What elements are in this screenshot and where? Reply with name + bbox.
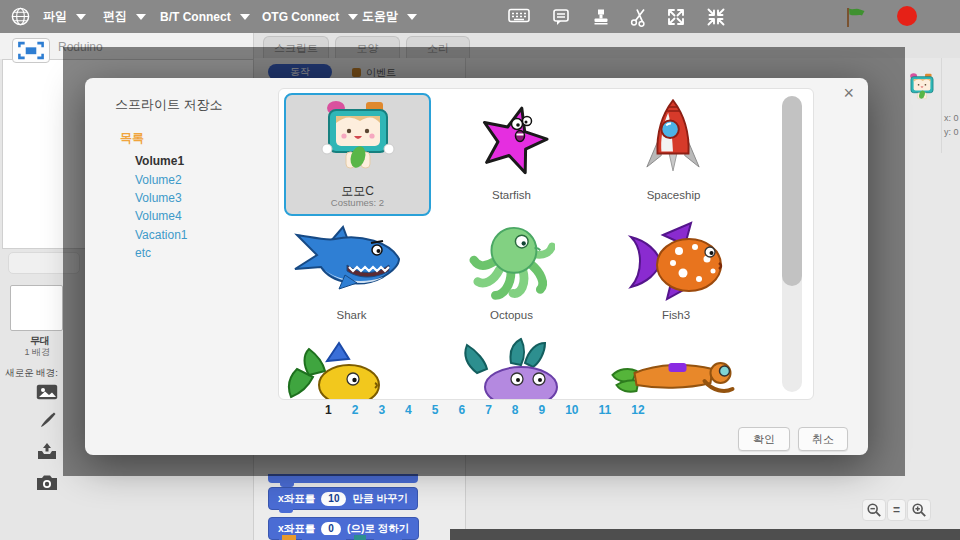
sprite-cell-shark[interactable]: Shark — [279, 217, 424, 329]
menu-edit[interactable]: 편집 — [103, 0, 146, 33]
sprite-sublabel: Costumes: 2 — [286, 197, 429, 208]
block-text: 만큼 바꾸기 — [352, 492, 407, 506]
stop-icon[interactable] — [897, 6, 917, 26]
sprite-x-coordinate: x: 0 — [944, 113, 959, 123]
zoom-in-icon — [911, 502, 927, 518]
page-10[interactable]: 10 — [565, 403, 578, 417]
sprite-cell-partial-2[interactable] — [459, 337, 574, 400]
backdrop-thumbnail[interactable] — [10, 285, 63, 331]
sprite-image-diver — [607, 351, 745, 399]
sprite-image-yellow-fish — [287, 341, 395, 400]
page-11[interactable]: 11 — [599, 403, 612, 417]
sidebar-item-volume3[interactable]: Volume3 — [135, 191, 255, 210]
camera-icon[interactable] — [36, 474, 58, 495]
zoom-reset-button[interactable]: = — [887, 499, 906, 521]
sidebar-header: 목록 — [120, 130, 144, 147]
menu-otg-connect-label: OTG Connect — [262, 10, 339, 24]
sprite-label: Octopus — [439, 309, 584, 321]
dialog-title: 스프라이트 저장소 — [115, 96, 223, 114]
sprite-cell-octopus[interactable]: Octopus — [439, 217, 584, 329]
menu-bar: 파일 편집 B/T Connect OTG Connect 도움말 — [0, 0, 960, 33]
equals-icon: = — [893, 503, 900, 517]
sprite-image-starfish — [475, 101, 551, 181]
menu-edit-label: 편집 — [103, 8, 127, 25]
menu-otg-connect[interactable]: OTG Connect — [262, 0, 358, 33]
sidebar-item-volume2[interactable]: Volume2 — [135, 173, 255, 192]
block-sliver — [282, 535, 296, 540]
upload-backdrop-icon[interactable] — [36, 442, 58, 464]
sprite-label: Shark — [279, 309, 424, 321]
block-sliver — [354, 535, 366, 540]
menu-bt-connect-label: B/T Connect — [160, 10, 231, 24]
sidebar-item-vacation1[interactable]: Vacation1 — [135, 228, 255, 247]
sprite-label: Fish3 — [601, 309, 751, 321]
sidebar-item-etc[interactable]: etc — [135, 246, 255, 265]
shrink-sprite-icon[interactable] — [706, 7, 728, 26]
sprite-cell-momoc-selected[interactable]: 모모C Costumes: 2 — [284, 93, 431, 216]
sprite-thumbnail-momoc[interactable] — [906, 72, 938, 106]
page-5[interactable]: 5 — [432, 403, 439, 417]
sidebar-item-volume1[interactable]: Volume1 — [135, 154, 255, 173]
sprite-cell-fish3[interactable]: Fish3 — [601, 217, 751, 329]
sprite-label: Spaceship — [601, 189, 746, 201]
change-x-block[interactable]: x좌표를 10 만큼 바꾸기 — [268, 487, 418, 510]
menu-file-label: 파일 — [43, 8, 67, 25]
sprite-image-shark — [291, 225, 403, 307]
sprite-y-coordinate: y: 0 — [944, 127, 959, 137]
green-flag-icon[interactable] — [843, 5, 867, 33]
bottom-edge-band — [450, 529, 960, 540]
new-backdrop-label: 새로운 배경: — [0, 367, 58, 380]
sprite-cell-partial-3[interactable] — [607, 351, 745, 400]
menu-bt-connect[interactable]: B/T Connect — [160, 0, 250, 33]
stage-layout-icon — [17, 41, 45, 60]
menu-help[interactable]: 도움말 — [362, 0, 417, 33]
scissors-delete-icon[interactable] — [629, 7, 651, 26]
close-icon[interactable]: × — [843, 84, 854, 102]
page-6[interactable]: 6 — [458, 403, 465, 417]
page-8[interactable]: 8 — [512, 403, 519, 417]
page-3[interactable]: 3 — [378, 403, 385, 417]
sprite-library-dialog: 스프라이트 저장소 × 목록 Volume1 Volume2 Volume3 V… — [85, 78, 868, 455]
page-7[interactable]: 7 — [485, 403, 492, 417]
caret-down-icon — [240, 14, 250, 20]
grid-scrollbar-thumb[interactable] — [782, 96, 802, 286]
block-text: x좌표를 — [278, 492, 315, 506]
page-12[interactable]: 12 — [631, 403, 644, 417]
sprite-image-momoc — [316, 99, 400, 179]
cancel-button[interactable]: 취소 — [798, 427, 848, 451]
sidebar-item-volume4[interactable]: Volume4 — [135, 209, 255, 228]
page-4[interactable]: 4 — [405, 403, 412, 417]
grid-scrollbar-track[interactable] — [782, 96, 802, 392]
caret-down-icon — [76, 14, 86, 20]
app-window: 파일 편집 B/T Connect OTG Connect 도움말 — [0, 0, 960, 540]
zoom-in-button[interactable] — [907, 499, 931, 521]
paintbrush-icon[interactable] — [38, 410, 58, 434]
sprite-image-octopus — [469, 223, 555, 311]
block-value-input[interactable]: 10 — [321, 492, 346, 506]
grow-sprite-icon[interactable] — [666, 7, 688, 26]
stamp-duplicate-icon[interactable] — [591, 7, 613, 26]
ok-button[interactable]: 확인 — [738, 427, 790, 451]
zoom-out-button[interactable] — [862, 499, 886, 521]
page-1[interactable]: 1 — [325, 403, 332, 417]
page-2[interactable]: 2 — [352, 403, 359, 417]
sprite-grid: 모모C Costumes: 2 Starfish Spaceship — [278, 88, 814, 400]
sprite-cell-spaceship[interactable]: Spaceship — [601, 91, 746, 211]
zoom-out-icon — [866, 502, 882, 518]
block-value-input[interactable]: 0 — [321, 522, 341, 536]
globe-icon[interactable] — [10, 6, 31, 31]
caret-down-icon — [407, 14, 417, 20]
menu-file[interactable]: 파일 — [43, 0, 86, 33]
sprite-image-fish3 — [627, 221, 725, 307]
keyboard-icon[interactable] — [508, 7, 530, 26]
sprite-image-purple-fish — [459, 337, 574, 400]
backdrop-from-library-icon[interactable] — [36, 384, 58, 404]
page-9[interactable]: 9 — [539, 403, 546, 417]
block-sliver — [302, 535, 346, 540]
small-stage-layout-button[interactable] — [12, 38, 50, 63]
sprite-cell-partial-1[interactable] — [287, 341, 395, 400]
menu-help-label: 도움말 — [362, 8, 398, 25]
comment-icon[interactable] — [551, 7, 573, 26]
sprite-cell-starfish[interactable]: Starfish — [439, 91, 584, 211]
caret-down-icon — [348, 14, 358, 20]
